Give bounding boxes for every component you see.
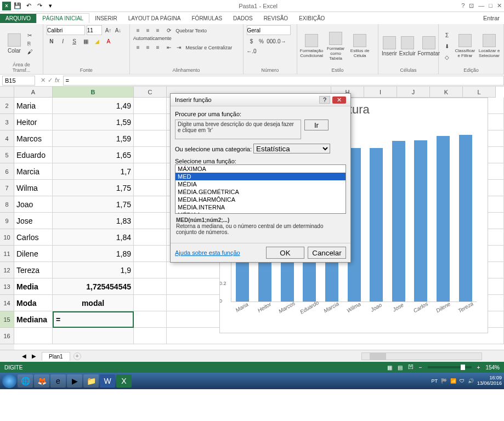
tray-clock[interactable]: 16:09 13/06/2016	[477, 376, 502, 386]
tab-view[interactable]: EXIBIÇÃO	[293, 14, 330, 23]
cell[interactable]: 1,49	[53, 98, 134, 114]
cell[interactable]: Marcia	[14, 163, 53, 180]
function-search-input[interactable]: Digite uma breve descrição do que deseja…	[175, 120, 301, 139]
function-list-item[interactable]: MÉDIA.GEOMÉTRICA	[175, 188, 346, 196]
cell[interactable]: =	[53, 311, 134, 328]
format-table-button[interactable]: Formatar como Tabela	[325, 32, 347, 61]
start-button[interactable]	[2, 374, 16, 388]
sheet-tab-plan1[interactable]: Plan1	[42, 352, 70, 361]
view-break-icon[interactable]: 凹	[408, 363, 414, 371]
row-header[interactable]: 5	[0, 147, 14, 163]
row-header[interactable]: 12	[0, 262, 14, 278]
inc-decimal-icon[interactable]: .0→	[276, 36, 286, 46]
row-header[interactable]: 4	[0, 130, 14, 147]
cell-styles-button[interactable]: Estilos de Célula	[349, 34, 371, 58]
number-format-select[interactable]	[247, 25, 291, 35]
tab-layout[interactable]: LAYOUT DA PÁGINA	[123, 14, 186, 23]
taskbar-chrome-icon[interactable]: 🌐	[18, 374, 33, 388]
font-color-icon[interactable]: A	[104, 36, 114, 46]
cell[interactable]	[134, 163, 167, 180]
fill-color-icon[interactable]: ◢	[92, 36, 102, 46]
format-painter-icon[interactable]: 🖌	[27, 49, 33, 55]
function-list[interactable]: MÁXIMOAMEDMÉDIAMÉDIA.GEOMÉTRICAMÉDIA.HAR…	[175, 164, 346, 214]
cell[interactable]	[53, 328, 134, 344]
cell[interactable]: Carlos	[14, 229, 53, 246]
function-list-item[interactable]: MÉDIA.INTERNA	[175, 203, 346, 211]
tab-data[interactable]: DADOS	[228, 14, 258, 23]
col-header-c[interactable]: C	[134, 87, 167, 98]
comma-icon[interactable]: 000	[267, 36, 276, 46]
tab-insert[interactable]: INSERIR	[89, 14, 123, 23]
cell[interactable]: 1,9	[53, 262, 134, 278]
align-center-icon[interactable]: ≡	[143, 42, 153, 52]
font-size-select[interactable]	[87, 25, 102, 35]
shrink-font-icon[interactable]: A↓	[114, 25, 123, 35]
cell[interactable]: Maria	[14, 98, 53, 114]
horizontal-scrollbar[interactable]	[361, 352, 482, 360]
cell[interactable]: Media	[14, 278, 53, 295]
cancel-entry-icon[interactable]: ✕	[41, 77, 46, 84]
align-middle-icon[interactable]: ≡	[143, 25, 153, 35]
col-header-k[interactable]: K	[430, 87, 463, 98]
cell[interactable]	[134, 114, 167, 130]
name-box[interactable]	[2, 76, 35, 86]
function-list-item[interactable]: MÉDIA	[175, 180, 346, 188]
cancel-button[interactable]: Cancelar	[308, 247, 346, 259]
zoom-in-icon[interactable]: +	[477, 365, 480, 371]
cell[interactable]: Tereza	[14, 262, 53, 278]
tray-volume-icon[interactable]: 🔊	[468, 378, 474, 384]
tab-home[interactable]: PÁGINA INICIAL	[36, 13, 89, 23]
bold-button[interactable]: N	[47, 36, 56, 46]
cell[interactable]	[134, 98, 167, 114]
sort-filter-button[interactable]: Classificar e Filtrar	[454, 34, 476, 58]
fx-icon[interactable]: fx	[55, 77, 60, 84]
sign-in-link[interactable]: Entrar	[483, 15, 500, 21]
undo-icon[interactable]: ↶	[24, 2, 33, 10]
grow-font-icon[interactable]: A↑	[104, 25, 114, 35]
formula-bar[interactable]	[63, 76, 504, 86]
sheet-nav-prev-icon[interactable]: ◀	[22, 353, 26, 359]
cut-icon[interactable]: ✂	[27, 32, 33, 38]
row-header[interactable]: 7	[0, 180, 14, 196]
col-header-b[interactable]: B	[53, 87, 134, 98]
delete-cells-button[interactable]: Excluir	[399, 36, 416, 56]
row-header[interactable]: 11	[0, 246, 14, 262]
cell[interactable]: 1,89	[53, 246, 134, 262]
minimize-icon[interactable]: —	[478, 2, 484, 9]
row-header[interactable]: 2	[0, 98, 14, 114]
cell[interactable]: Heitor	[14, 114, 53, 130]
taskbar-media-icon[interactable]: ▶	[67, 374, 82, 388]
taskbar-firefox-icon[interactable]: 🦊	[34, 374, 49, 388]
cell[interactable]	[134, 311, 167, 328]
border-icon[interactable]: ▦	[81, 36, 90, 46]
tab-review[interactable]: REVISÃO	[258, 14, 293, 23]
align-right-icon[interactable]: ≡	[153, 42, 163, 52]
row-header[interactable]: 6	[0, 163, 14, 180]
cell[interactable]: Mediana	[14, 311, 53, 328]
function-list-item[interactable]: MÉDIA.HARMÔNICA	[175, 196, 346, 203]
taskbar-excel-icon[interactable]: X	[116, 374, 132, 388]
orientation-icon[interactable]: ⟳	[164, 25, 174, 35]
currency-icon[interactable]: $	[247, 36, 257, 46]
dialog-close-icon[interactable]: ✕	[332, 96, 346, 104]
function-list-item[interactable]: MED	[175, 173, 346, 180]
sheet-nav-next-icon[interactable]: ▶	[32, 353, 36, 359]
cell[interactable]: Wilma	[14, 180, 53, 196]
format-cells-button[interactable]: Formatar	[418, 36, 440, 56]
zoom-level[interactable]: 154%	[485, 365, 500, 371]
row-header[interactable]: 16	[0, 328, 14, 344]
zoom-slider[interactable]	[428, 366, 472, 368]
view-normal-icon[interactable]: ▦	[387, 365, 392, 371]
align-left-icon[interactable]: ≡	[133, 42, 143, 52]
cell[interactable]: 1,83	[53, 213, 134, 229]
redo-icon[interactable]: ↷	[35, 2, 44, 10]
cell[interactable]: Jose	[14, 213, 53, 229]
zoom-out-icon[interactable]: −	[419, 365, 422, 371]
underline-button[interactable]: S	[70, 36, 80, 46]
cell[interactable]	[134, 147, 167, 163]
maximize-icon[interactable]: □	[489, 2, 492, 9]
cell[interactable]: Marcos	[14, 130, 53, 147]
cell[interactable]	[14, 328, 53, 344]
copy-icon[interactable]: ⎘	[27, 41, 33, 47]
cell[interactable]: Moda	[14, 295, 53, 311]
